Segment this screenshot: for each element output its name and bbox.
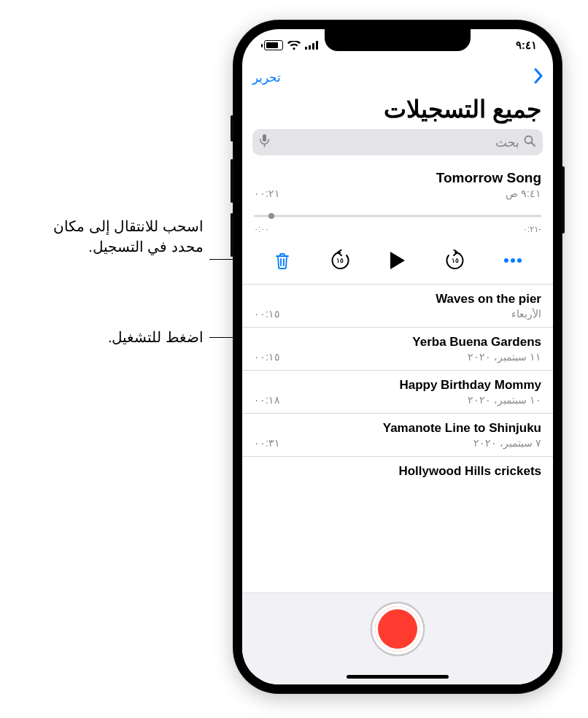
back-button[interactable] bbox=[533, 68, 543, 87]
list-item[interactable]: Happy Birthday Mommy ١٠ سبتمبر، ٢٠٢٠٠٠:١… bbox=[242, 370, 553, 413]
page-title: جميع التسجيلات bbox=[242, 93, 553, 129]
svg-point-10 bbox=[517, 258, 522, 263]
list-item[interactable]: Yamanote Line to Shinjuku ٧ سبتمبر، ٢٠٢٠… bbox=[242, 413, 553, 456]
callout-play: اضغط للتشغيل. bbox=[108, 327, 204, 347]
svg-line-5 bbox=[532, 143, 535, 147]
svg-rect-0 bbox=[305, 47, 307, 50]
recordings-list: Waves on the pier الأربعاء٠٠:١٥ Yerba Bu… bbox=[242, 284, 553, 479]
recording-duration: ٠٠:٢١ bbox=[254, 188, 280, 199]
edit-button[interactable]: تحرير bbox=[252, 70, 281, 85]
svg-rect-1 bbox=[309, 45, 311, 50]
svg-point-9 bbox=[511, 258, 515, 263]
time-remaining: -٠:٢١ bbox=[523, 224, 541, 234]
scrubber[interactable] bbox=[254, 211, 541, 221]
svg-point-8 bbox=[504, 258, 508, 263]
list-item[interactable]: Hollywood Hills crickets bbox=[242, 456, 553, 479]
svg-rect-6 bbox=[263, 134, 266, 142]
recording-subtitle: ٩:٤١ ص bbox=[506, 188, 541, 199]
play-button[interactable] bbox=[369, 247, 427, 274]
wifi-icon bbox=[287, 41, 301, 50]
cellular-icon bbox=[305, 41, 318, 50]
nav-bar: تحرير bbox=[242, 61, 553, 93]
callout-scrubber: اسحب للانتقال إلى مكان محدد في التسجيل. bbox=[53, 216, 204, 257]
record-dock bbox=[242, 592, 553, 684]
record-button[interactable] bbox=[375, 606, 420, 652]
search-field[interactable]: بحث bbox=[252, 129, 543, 155]
skip-forward-button[interactable]: ١٥ bbox=[426, 247, 484, 274]
device-frame: ٩:٤١ تحرير جميع التسج bbox=[233, 20, 562, 693]
screen: ٩:٤١ تحرير جميع التسج bbox=[242, 29, 553, 684]
delete-button[interactable] bbox=[254, 247, 312, 274]
list-item[interactable]: Waves on the pier الأربعاء٠٠:١٥ bbox=[242, 284, 553, 327]
dictation-icon[interactable] bbox=[260, 134, 269, 150]
recording-expanded: Tomorrow Song ٩:٤١ ص ٠٠:٢١ -٠:٢١ ٠:٠٠ bbox=[242, 163, 553, 284]
recording-title[interactable]: Tomorrow Song bbox=[254, 170, 541, 186]
battery-icon bbox=[261, 40, 283, 50]
svg-rect-2 bbox=[312, 43, 314, 50]
scrubber-thumb[interactable] bbox=[268, 213, 274, 219]
home-indicator[interactable] bbox=[347, 675, 449, 679]
list-item[interactable]: Yerba Buena Gardens ١١ سبتمبر، ٢٠٢٠٠٠:١٥ bbox=[242, 327, 553, 370]
skip-back-button[interactable]: ١٥ bbox=[312, 247, 369, 274]
time-elapsed: ٠:٠٠ bbox=[254, 224, 269, 234]
svg-rect-3 bbox=[316, 41, 318, 50]
search-placeholder: بحث bbox=[495, 135, 519, 150]
status-time: ٩:٤١ bbox=[516, 39, 537, 52]
notch bbox=[325, 29, 471, 51]
search-icon bbox=[524, 135, 535, 150]
more-button[interactable] bbox=[484, 247, 541, 274]
